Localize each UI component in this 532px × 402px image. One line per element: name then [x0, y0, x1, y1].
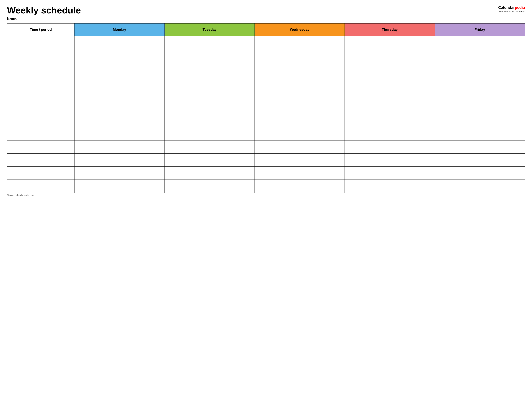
cell-row0-col5[interactable]	[435, 36, 525, 49]
cell-row10-col2[interactable]	[165, 167, 254, 180]
cell-row8-col2[interactable]	[165, 141, 254, 154]
cell-row3-col4[interactable]	[345, 75, 435, 88]
table-row	[7, 101, 525, 114]
cell-row7-col4[interactable]	[345, 127, 435, 141]
cell-row5-col5[interactable]	[435, 101, 525, 114]
cell-row7-col3[interactable]	[254, 127, 345, 141]
cell-row1-col5[interactable]	[435, 49, 525, 62]
col-header-wednesday: Wednesday	[254, 24, 345, 36]
table-row	[7, 154, 525, 167]
cell-row6-col4[interactable]	[345, 114, 435, 127]
logo-tagline: Your source for calendars	[499, 10, 525, 13]
table-row	[7, 167, 525, 180]
cell-row5-col0[interactable]	[7, 101, 75, 114]
cell-row4-col3[interactable]	[254, 88, 345, 101]
cell-row11-col4[interactable]	[345, 180, 435, 193]
cell-row8-col1[interactable]	[75, 141, 165, 154]
cell-row4-col0[interactable]	[7, 88, 75, 101]
table-row	[7, 180, 525, 193]
footer-text: © www.calendarpedia.com	[7, 194, 34, 196]
cell-row4-col2[interactable]	[165, 88, 254, 101]
cell-row1-col2[interactable]	[165, 49, 254, 62]
table-row	[7, 88, 525, 101]
cell-row2-col0[interactable]	[7, 62, 75, 75]
col-header-thursday: Thursday	[345, 24, 435, 36]
cell-row2-col5[interactable]	[435, 62, 525, 75]
page-title: Weekly schedule	[7, 5, 81, 15]
cell-row10-col4[interactable]	[345, 167, 435, 180]
cell-row4-col4[interactable]	[345, 88, 435, 101]
cell-row7-col5[interactable]	[435, 127, 525, 141]
cell-row8-col5[interactable]	[435, 141, 525, 154]
cell-row6-col5[interactable]	[435, 114, 525, 127]
cell-row5-col3[interactable]	[254, 101, 345, 114]
cell-row9-col1[interactable]	[75, 154, 165, 167]
cell-row6-col0[interactable]	[7, 114, 75, 127]
cell-row11-col3[interactable]	[254, 180, 345, 193]
cell-row11-col5[interactable]	[435, 180, 525, 193]
cell-row0-col2[interactable]	[165, 36, 254, 49]
col-header-time: Time / period	[7, 24, 75, 36]
logo-calendar: Calendar	[498, 5, 515, 10]
logo-text: Calendarpedia	[498, 5, 525, 10]
cell-row11-col1[interactable]	[75, 180, 165, 193]
cell-row9-col2[interactable]	[165, 154, 254, 167]
cell-row5-col4[interactable]	[345, 101, 435, 114]
cell-row0-col1[interactable]	[75, 36, 165, 49]
cell-row2-col2[interactable]	[165, 62, 254, 75]
table-row	[7, 114, 525, 127]
cell-row10-col0[interactable]	[7, 167, 75, 180]
cell-row10-col3[interactable]	[254, 167, 345, 180]
table-row	[7, 62, 525, 75]
title-section: Weekly schedule Name:	[7, 5, 81, 20]
cell-row0-col0[interactable]	[7, 36, 75, 49]
cell-row4-col5[interactable]	[435, 88, 525, 101]
cell-row4-col1[interactable]	[75, 88, 165, 101]
cell-row11-col2[interactable]	[165, 180, 254, 193]
cell-row8-col4[interactable]	[345, 141, 435, 154]
cell-row1-col3[interactable]	[254, 49, 345, 62]
cell-row7-col2[interactable]	[165, 127, 254, 141]
cell-row3-col0[interactable]	[7, 75, 75, 88]
cell-row0-col4[interactable]	[345, 36, 435, 49]
table-row	[7, 75, 525, 88]
col-header-friday: Friday	[435, 24, 525, 36]
cell-row6-col3[interactable]	[254, 114, 345, 127]
cell-row7-col0[interactable]	[7, 127, 75, 141]
header-row: Time / period Monday Tuesday Wednesday T…	[7, 24, 525, 36]
cell-row3-col5[interactable]	[435, 75, 525, 88]
cell-row9-col3[interactable]	[254, 154, 345, 167]
cell-row9-col0[interactable]	[7, 154, 75, 167]
logo-section: Calendarpedia Your source for calendars	[498, 5, 525, 13]
cell-row5-col1[interactable]	[75, 101, 165, 114]
page-header: Weekly schedule Name: Calendarpedia Your…	[7, 5, 525, 20]
cell-row2-col1[interactable]	[75, 62, 165, 75]
cell-row1-col0[interactable]	[7, 49, 75, 62]
cell-row8-col0[interactable]	[7, 141, 75, 154]
table-row	[7, 141, 525, 154]
cell-row7-col1[interactable]	[75, 127, 165, 141]
cell-row6-col2[interactable]	[165, 114, 254, 127]
cell-row0-col3[interactable]	[254, 36, 345, 49]
cell-row2-col4[interactable]	[345, 62, 435, 75]
cell-row1-col4[interactable]	[345, 49, 435, 62]
cell-row8-col3[interactable]	[254, 141, 345, 154]
cell-row6-col1[interactable]	[75, 114, 165, 127]
col-header-tuesday: Tuesday	[165, 24, 254, 36]
cell-row3-col2[interactable]	[165, 75, 254, 88]
cell-row10-col5[interactable]	[435, 167, 525, 180]
cell-row11-col0[interactable]	[7, 180, 75, 193]
cell-row9-col4[interactable]	[345, 154, 435, 167]
cell-row3-col1[interactable]	[75, 75, 165, 88]
cell-row5-col2[interactable]	[165, 101, 254, 114]
schedule-table: Time / period Monday Tuesday Wednesday T…	[7, 23, 525, 193]
cell-row3-col3[interactable]	[254, 75, 345, 88]
table-row	[7, 49, 525, 62]
cell-row2-col3[interactable]	[254, 62, 345, 75]
col-header-monday: Monday	[75, 24, 165, 36]
cell-row9-col5[interactable]	[435, 154, 525, 167]
cell-row1-col1[interactable]	[75, 49, 165, 62]
cell-row10-col1[interactable]	[75, 167, 165, 180]
logo-pedia: pedia	[515, 5, 525, 10]
footer: © www.calendarpedia.com	[7, 194, 525, 196]
